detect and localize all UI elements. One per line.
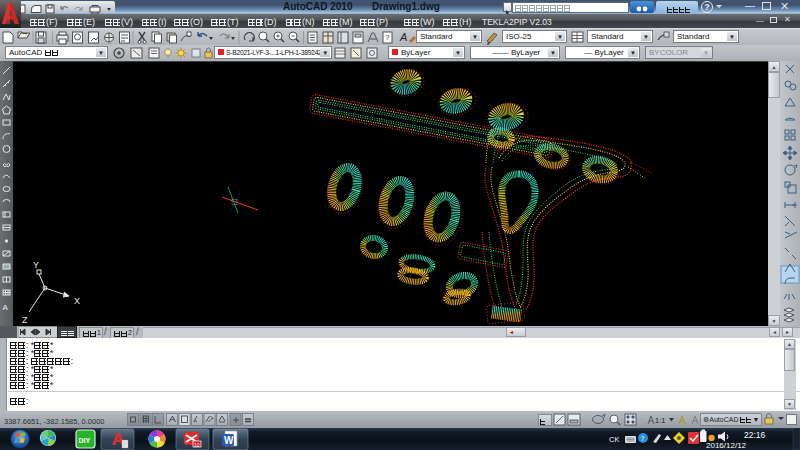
svg-text:2016/12/12: 2016/12/12 [706,441,747,450]
svg-text:A: A [399,31,407,43]
svg-text:?: ? [641,435,645,442]
svg-text:A: A [3,303,9,312]
svg-text:22:16: 22:16 [744,430,766,440]
svg-text:W: W [224,435,234,446]
svg-text:DIY: DIY [79,437,91,444]
svg-text:10: 10 [194,442,200,448]
svg-text:1:1: 1:1 [655,416,665,425]
svg-text:CK: CK [609,435,619,444]
svg-text:X: X [74,296,80,306]
svg-text:Z: Z [22,315,28,325]
svg-text:Y: Y [33,260,39,270]
svg-text:?: ? [385,33,390,42]
